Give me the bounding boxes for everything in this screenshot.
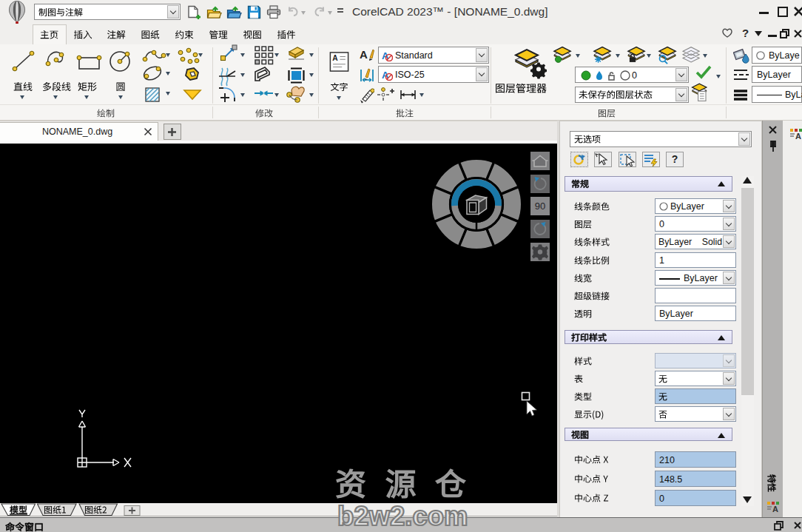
svg-text:A: A	[382, 70, 389, 81]
svg-text:A: A	[332, 54, 338, 62]
svg-text:A: A	[382, 50, 389, 61]
svg-text:A: A	[795, 132, 801, 141]
svg-text:A: A	[360, 48, 368, 61]
svg-text:A: A	[772, 505, 778, 514]
